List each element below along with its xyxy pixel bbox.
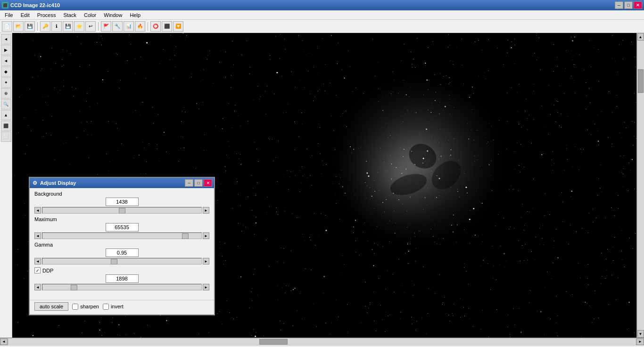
menu-edit[interactable]: Edit	[17, 11, 33, 19]
toolbar-tool11[interactable]: ⬛	[162, 21, 172, 32]
toolbar-open[interactable]: 📂	[13, 21, 24, 32]
ddp-input[interactable]	[106, 274, 139, 283]
main-area: ◄ ▶ ◄ ◆ ✦ ⊕ 🔍 ▲ ⬛ ⬜ ⚙ Adjust Display ─ □…	[0, 33, 644, 338]
gamma-slider-row: ◄ ►	[34, 258, 209, 264]
vscroll-track[interactable]	[637, 41, 644, 330]
dialog-title-text: Adjust Display	[40, 180, 76, 186]
maximum-value-row	[34, 223, 209, 231]
tool-8[interactable]: ▲	[1, 110, 11, 120]
window-title: CCD Image 22-ic410	[10, 2, 60, 8]
ddp-value-row	[34, 274, 209, 283]
hscroll-track[interactable]	[8, 339, 636, 345]
toolbar-sep-2	[98, 22, 99, 31]
ddp-slider-row: ◄ ►	[34, 284, 209, 290]
ddp-slider-left[interactable]: ◄	[34, 284, 41, 290]
background-slider-left[interactable]: ◄	[34, 207, 41, 214]
dialog-minimize-button[interactable]: ─	[185, 179, 193, 187]
toolbar-tool12[interactable]: 🔽	[173, 21, 183, 32]
title-bar-controls: ─ □ ✕	[615, 1, 642, 9]
dialog-body: Background ◄ ► Maximum	[30, 188, 214, 298]
menu-help[interactable]: Help	[126, 11, 144, 19]
background-slider-track[interactable]	[42, 207, 202, 214]
tool-10[interactable]: ⬜	[1, 132, 11, 142]
vscroll-up-button[interactable]: ▲	[637, 33, 644, 41]
background-value-row	[34, 198, 209, 206]
ddp-slider-thumb[interactable]	[71, 285, 77, 290]
tool-9[interactable]: ⬛	[1, 121, 11, 131]
ddp-checkbox[interactable]: ✓	[34, 267, 41, 273]
title-bar-left: ⬛ CCD Image 22-ic410	[2, 2, 60, 8]
background-slider-right[interactable]: ►	[203, 207, 209, 214]
sharpen-checkbox[interactable]	[72, 304, 78, 310]
toolbar-tool5[interactable]: ↩	[85, 21, 96, 32]
vscroll-down-button[interactable]: ▼	[637, 330, 644, 338]
background-slider-row: ◄ ►	[34, 207, 209, 214]
ddp-row: ✓ DDP	[34, 267, 209, 273]
toolbar-new[interactable]: 📄	[2, 21, 12, 32]
ddp-slider-track[interactable]	[42, 284, 202, 290]
dialog-close-button[interactable]: ✕	[204, 179, 212, 187]
gamma-slider-left[interactable]: ◄	[34, 258, 41, 264]
tool-3[interactable]: ◄	[1, 56, 11, 66]
close-button[interactable]: ✕	[634, 1, 642, 9]
tool-2[interactable]: ▶	[1, 45, 11, 55]
sharpen-label: sharpen	[80, 304, 99, 309]
title-bar: ⬛ CCD Image 22-ic410 ─ □ ✕	[0, 0, 644, 10]
gamma-slider-track[interactable]	[42, 258, 202, 264]
gamma-value-row	[34, 248, 209, 257]
minimize-button[interactable]: ─	[615, 1, 623, 9]
toolbar-tool3[interactable]: 💾	[63, 21, 73, 32]
toolbar-tool7[interactable]: 🔧	[112, 21, 123, 32]
ddp-label: DDP	[42, 268, 53, 273]
tool-arrow[interactable]: ◄	[1, 34, 11, 44]
toolbar-tool10[interactable]: ⭕	[150, 21, 161, 32]
tool-magnify[interactable]: 🔍	[1, 99, 11, 109]
tool-sidebar: ◄ ▶ ◄ ◆ ✦ ⊕ 🔍 ▲ ⬛ ⬜	[0, 33, 12, 338]
toolbar: 📄 📂 💾 🔑 ℹ 💾 ⭐ ↩ 🚩 🔧 📊 🔥 ⭕ ⬛ 🔽	[0, 20, 644, 33]
maximum-input[interactable]	[106, 223, 139, 231]
toolbar-tool6[interactable]: 🚩	[101, 21, 111, 32]
adjust-display-dialog: ⚙ Adjust Display ─ □ ✕ Background	[29, 177, 215, 315]
hscroll-left-button[interactable]: ◄	[0, 339, 8, 345]
gamma-slider-thumb[interactable]	[111, 259, 117, 264]
tool-5[interactable]: ✦	[1, 77, 11, 88]
background-input[interactable]	[106, 198, 139, 206]
hscroll-right-button[interactable]: ►	[636, 339, 644, 345]
menu-file[interactable]: File	[1, 11, 17, 19]
toolbar-tool1[interactable]: 🔑	[40, 21, 50, 32]
gamma-label: Gamma	[34, 242, 209, 248]
vertical-scrollbar[interactable]: ▲ ▼	[636, 33, 644, 338]
maximum-slider-left[interactable]: ◄	[34, 232, 41, 239]
maximize-button[interactable]: □	[624, 1, 633, 9]
menu-bar: File Edit Process Stack Color Window Hel…	[0, 10, 644, 20]
toolbar-tool9[interactable]: 🔥	[135, 21, 145, 32]
toolbar-save[interactable]: 💾	[25, 21, 35, 32]
toolbar-tool4[interactable]: ⭐	[74, 21, 84, 32]
hscroll-thumb[interactable]	[259, 339, 288, 345]
vscroll-thumb[interactable]	[638, 69, 644, 93]
gamma-param: Gamma ◄ ►	[34, 242, 209, 264]
ddp-slider-right[interactable]: ►	[203, 284, 209, 290]
dialog-maximize-button[interactable]: □	[194, 179, 203, 187]
invert-label: invert	[111, 304, 124, 309]
tool-4[interactable]: ◆	[1, 66, 11, 77]
invert-checkbox[interactable]	[103, 304, 109, 310]
menu-color[interactable]: Color	[80, 11, 100, 19]
menu-stack[interactable]: Stack	[59, 11, 80, 19]
auto-scale-button[interactable]: auto scale	[34, 302, 68, 311]
menu-window[interactable]: Window	[100, 11, 126, 19]
toolbar-tool8[interactable]: 📊	[124, 21, 134, 32]
status-bar: {Width=3348, Height=2496} bin1x1 8.0 MP …	[0, 345, 644, 347]
gamma-input[interactable]	[106, 248, 139, 257]
toolbar-tool2[interactable]: ℹ	[51, 21, 62, 32]
background-slider-thumb[interactable]	[119, 208, 125, 214]
menu-process[interactable]: Process	[33, 11, 60, 19]
gamma-slider-right[interactable]: ►	[203, 258, 209, 264]
maximum-slider-right[interactable]: ►	[203, 232, 209, 239]
dialog-title-left: ⚙ Adjust Display	[32, 180, 76, 186]
maximum-slider-thumb[interactable]	[182, 233, 189, 239]
horizontal-scrollbar[interactable]: ◄ ►	[0, 338, 644, 345]
tool-6[interactable]: ⊕	[1, 88, 11, 99]
dialog-footer: auto scale sharpen invert	[30, 300, 214, 314]
maximum-slider-track[interactable]	[42, 232, 202, 239]
